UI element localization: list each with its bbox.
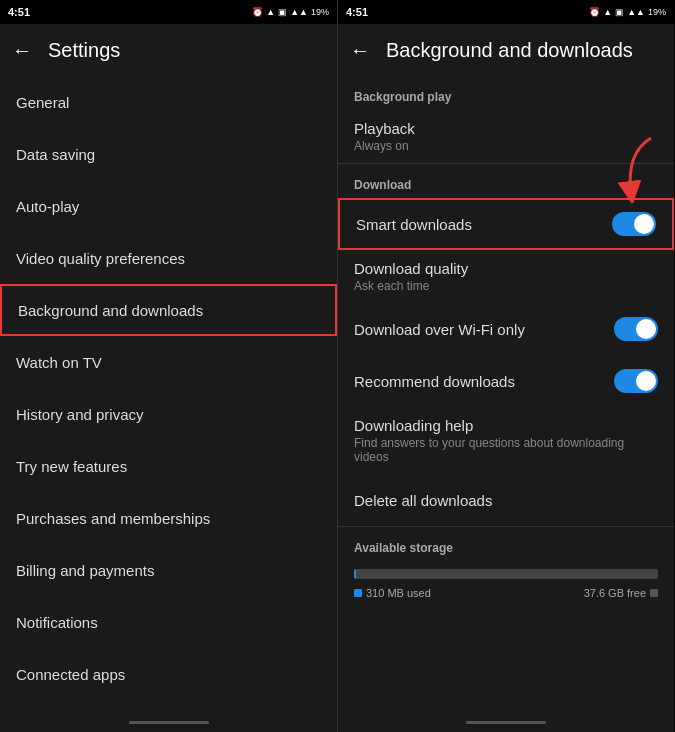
storage-bar-container: 310 MB used 37.6 GB free	[338, 561, 674, 615]
wifi-icon-right: ▣	[615, 7, 624, 17]
status-icons-left: ⏰ ▲ ▣ ▲▲ 19%	[252, 7, 329, 17]
settings-item-auto-play[interactable]: Auto-play	[0, 180, 337, 232]
download-quality-title: Download quality	[354, 260, 468, 277]
detail-item-download-wifi[interactable]: Download over Wi-Fi only	[338, 303, 674, 355]
settings-item-video-quality[interactable]: Video quality preferences	[0, 232, 337, 284]
detail-item-recommend-downloads[interactable]: Recommend downloads	[338, 355, 674, 407]
smart-downloads-toggle[interactable]	[612, 212, 656, 236]
playback-text: Playback Always on	[354, 120, 415, 153]
storage-used-dot	[354, 589, 362, 597]
playback-subtitle: Always on	[354, 139, 415, 153]
toggle-thumb-recommend	[636, 371, 656, 391]
settings-item-watch-on-tv[interactable]: Watch on TV	[0, 336, 337, 388]
settings-title: Settings	[48, 39, 120, 62]
storage-free-dot	[650, 589, 658, 597]
left-panel: 4:51 ⏰ ▲ ▣ ▲▲ 19% ← Settings General Dat…	[0, 0, 337, 732]
smart-downloads-row[interactable]: Smart downloads	[338, 198, 674, 250]
detail-item-downloading-help[interactable]: Downloading help Find answers to your qu…	[338, 407, 674, 474]
nav-pill-right	[466, 721, 546, 724]
smart-downloads-text: Smart downloads	[356, 216, 472, 233]
status-time-left: 4:51	[8, 6, 30, 18]
right-panel: 4:51 ⏰ ▲ ▣ ▲▲ 19% ← Background and downl…	[337, 0, 674, 732]
recommend-downloads-text: Recommend downloads	[354, 373, 515, 390]
network-icon-right: ▲▲	[627, 7, 645, 17]
detail-title: Background and downloads	[386, 39, 633, 62]
battery-icon-right: 19%	[648, 7, 666, 17]
detail-item-delete-downloads[interactable]: Delete all downloads	[338, 474, 674, 526]
nav-bar-left	[0, 712, 337, 732]
alarm-icon-right: ⏰	[589, 7, 600, 17]
storage-bar-used	[354, 569, 356, 579]
back-button-right[interactable]: ←	[350, 39, 370, 62]
smart-downloads-title: Smart downloads	[356, 216, 472, 233]
signal-icon: ▲	[266, 7, 275, 17]
settings-item-data-saving[interactable]: Data saving	[0, 128, 337, 180]
status-bar-right: 4:51 ⏰ ▲ ▣ ▲▲ 19%	[338, 0, 674, 24]
recommend-downloads-title: Recommend downloads	[354, 373, 515, 390]
status-icons-right: ⏰ ▲ ▣ ▲▲ 19%	[589, 7, 666, 17]
status-bar-left: 4:51 ⏰ ▲ ▣ ▲▲ 19%	[0, 0, 337, 24]
downloading-help-title: Downloading help	[354, 417, 658, 434]
download-quality-subtitle: Ask each time	[354, 279, 468, 293]
storage-free-label: 37.6 GB free	[584, 587, 658, 599]
section-header-background-play: Background play	[338, 76, 674, 110]
playback-title: Playback	[354, 120, 415, 137]
detail-item-playback[interactable]: Playback Always on	[338, 110, 674, 163]
section-header-download: Download	[338, 164, 674, 198]
settings-item-billing[interactable]: Billing and payments	[0, 544, 337, 596]
wifi-icon: ▣	[278, 7, 287, 17]
nav-pill-left	[129, 721, 209, 724]
delete-downloads-title: Delete all downloads	[354, 492, 492, 509]
toggle-thumb-smart	[634, 214, 654, 234]
storage-free-text: 37.6 GB free	[584, 587, 646, 599]
storage-labels: 310 MB used 37.6 GB free	[354, 587, 658, 599]
downloading-help-text: Downloading help Find answers to your qu…	[354, 417, 658, 464]
app-bar-left: ← Settings	[0, 24, 337, 76]
battery-icon: 19%	[311, 7, 329, 17]
download-wifi-toggle[interactable]	[614, 317, 658, 341]
nav-bar-right	[338, 712, 674, 732]
recommend-downloads-toggle[interactable]	[614, 369, 658, 393]
detail-item-download-quality[interactable]: Download quality Ask each time	[338, 250, 674, 303]
alarm-icon: ⏰	[252, 7, 263, 17]
settings-item-live-chat[interactable]: Live chat	[0, 700, 337, 712]
storage-used-text: 310 MB used	[366, 587, 431, 599]
signal-icon-right: ▲	[603, 7, 612, 17]
settings-item-try-new-features[interactable]: Try new features	[0, 440, 337, 492]
settings-item-connected-apps[interactable]: Connected apps	[0, 648, 337, 700]
toggle-thumb-wifi	[636, 319, 656, 339]
settings-list: General Data saving Auto-play Video qual…	[0, 76, 337, 712]
settings-item-background-downloads[interactable]: Background and downloads	[0, 284, 337, 336]
network-icon: ▲▲	[290, 7, 308, 17]
storage-used-label: 310 MB used	[354, 587, 431, 599]
downloading-help-subtitle: Find answers to your questions about dow…	[354, 436, 658, 464]
download-quality-text: Download quality Ask each time	[354, 260, 468, 293]
detail-content: Background play Playback Always on Downl…	[338, 76, 674, 712]
download-wifi-text: Download over Wi-Fi only	[354, 321, 525, 338]
smart-downloads-wrapper: Smart downloads	[338, 198, 674, 250]
settings-item-notifications[interactable]: Notifications	[0, 596, 337, 648]
delete-downloads-text: Delete all downloads	[354, 492, 492, 509]
storage-bar-background	[354, 569, 658, 579]
section-header-storage: Available storage	[338, 527, 674, 561]
app-bar-right: ← Background and downloads	[338, 24, 674, 76]
settings-item-purchases[interactable]: Purchases and memberships	[0, 492, 337, 544]
back-button-left[interactable]: ←	[12, 39, 32, 62]
settings-item-history-privacy[interactable]: History and privacy	[0, 388, 337, 440]
status-time-right: 4:51	[346, 6, 368, 18]
download-wifi-title: Download over Wi-Fi only	[354, 321, 525, 338]
settings-item-general[interactable]: General	[0, 76, 337, 128]
